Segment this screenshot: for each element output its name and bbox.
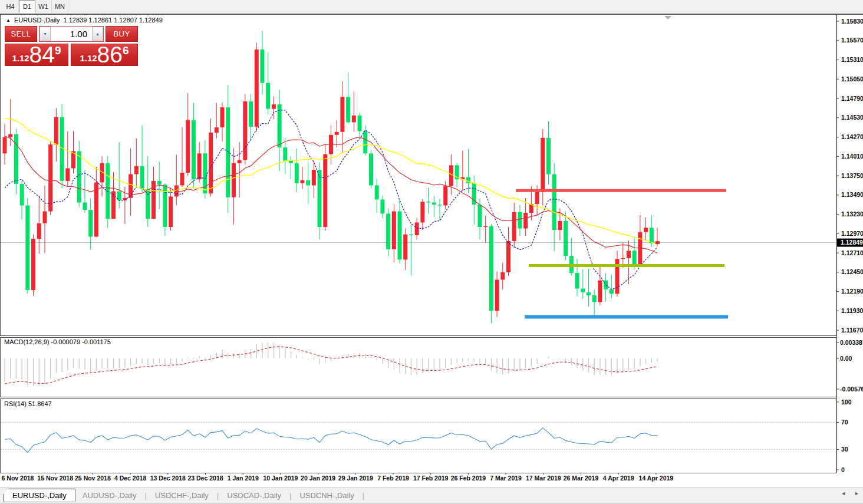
svg-text:1 Jan 2019: 1 Jan 2019 — [228, 475, 259, 482]
chart-title-row: ▲ EURUSD-,Daily 1.12839 1.12861 1.12807 … — [6, 17, 163, 24]
timeframe-button-h4[interactable]: H4 — [2, 0, 19, 13]
symbol-tab-usdchf[interactable]: USDCHF-,Daily — [148, 489, 216, 502]
svg-text:1.12450: 1.12450 — [841, 268, 863, 275]
candles-layer — [3, 31, 660, 323]
svg-text:6 Nov 2018: 6 Nov 2018 — [2, 475, 34, 482]
svg-text:1.13230: 1.13230 — [841, 210, 863, 218]
sell-price-display[interactable]: 1.12 84 9 — [5, 44, 68, 66]
svg-text:1.12970: 1.12970 — [841, 230, 863, 237]
rsi-indicator-label: RSI(14) 51.8647 — [4, 400, 52, 407]
svg-text:0.003387: 0.003387 — [840, 339, 863, 346]
tab-separator: | — [363, 491, 364, 500]
price-axis[interactable]: 1.158301.155701.153101.150501.147901.145… — [836, 18, 863, 473]
price-pane — [1, 31, 836, 323]
sell-price-prefix: 1.12 — [12, 53, 29, 63]
tab-scrollbar: ◄ ► — [841, 490, 859, 496]
volume-stepper: ▼ 1.00 ▲ — [39, 26, 104, 42]
svg-text:20 Jan 2019: 20 Jan 2019 — [301, 475, 335, 482]
rsi-pane — [1, 423, 836, 453]
svg-text:7 Mar 2019: 7 Mar 2019 — [490, 475, 522, 482]
collapse-panel-icon[interactable]: ▲ — [6, 18, 11, 23]
one-click-trade-panel: SELL ▼ 1.00 ▲ BUY 1.12 84 9 1.12 86 6 — [5, 26, 138, 66]
svg-text:17 Mar 2019: 17 Mar 2019 — [526, 475, 561, 482]
svg-text:1.14530: 1.14530 — [841, 114, 863, 121]
chart-canvas[interactable]: 1.158301.155701.153101.150501.147901.145… — [0, 14, 863, 487]
chart-symbol-title: EURUSD-,Daily — [14, 17, 60, 24]
svg-text:10 Jan 2019: 10 Jan 2019 — [263, 475, 298, 482]
volume-increase-button[interactable]: ▲ — [92, 27, 103, 41]
rsi-pane-border — [1, 399, 837, 473]
svg-text:1.13490: 1.13490 — [841, 191, 863, 198]
svg-text:1.15570: 1.15570 — [841, 37, 863, 44]
svg-text:29 Jan 2019: 29 Jan 2019 — [338, 475, 373, 482]
svg-text:0: 0 — [841, 466, 845, 473]
buy-price-prefix: 1.12 — [80, 53, 97, 63]
timeframe-button-w1[interactable]: W1 — [35, 0, 52, 13]
timeframe-button-mn[interactable]: MN — [52, 0, 68, 13]
svg-text:13 Dec 2018: 13 Dec 2018 — [150, 475, 186, 482]
rsi-line — [5, 428, 657, 453]
svg-text:1.13750: 1.13750 — [841, 172, 863, 179]
svg-text:1.11670: 1.11670 — [841, 327, 863, 334]
tab-separator: | — [217, 491, 219, 500]
symbol-tab-bar: EURUSD-,DailyAUDUSD-,Daily|USDCHF-,Daily… — [0, 487, 863, 503]
chart-ohlc-readout: 1.12839 1.12861 1.12807 1.12849 — [64, 17, 163, 24]
svg-text:30: 30 — [841, 446, 848, 453]
svg-text:1.14010: 1.14010 — [841, 153, 863, 160]
svg-text:7 Feb 2019: 7 Feb 2019 — [377, 475, 409, 482]
svg-text:26 Feb 2019: 26 Feb 2019 — [451, 475, 486, 482]
symbol-tab-usdcnh[interactable]: USDCNH-,Daily — [292, 489, 361, 502]
chart-shift-marker-icon[interactable] — [664, 16, 671, 19]
svg-text:1.14270: 1.14270 — [841, 133, 863, 140]
svg-text:25 Nov 2018: 25 Nov 2018 — [75, 475, 111, 482]
svg-text:1.15830: 1.15830 — [841, 18, 863, 25]
svg-text:1.12849: 1.12849 — [841, 239, 863, 246]
timeframe-button-d1[interactable]: D1 — [19, 0, 35, 13]
svg-text:-0.00576: -0.00576 — [840, 386, 863, 393]
symbol-tab-audusd[interactable]: AUDUSD-,Daily — [75, 489, 144, 502]
svg-text:1.12190: 1.12190 — [841, 288, 863, 295]
macd-indicator-label: MACD(12,26,9) -0.000079 -0.001175 — [4, 338, 111, 345]
macd-pane — [5, 342, 657, 386]
svg-text:4 Dec 2018: 4 Dec 2018 — [114, 475, 146, 482]
svg-text:70: 70 — [841, 419, 848, 426]
svg-text:1.15310: 1.15310 — [841, 56, 863, 63]
svg-text:0.00: 0.00 — [840, 355, 852, 362]
buy-price-pip: 6 — [123, 44, 129, 57]
sell-price-pip: 9 — [55, 44, 61, 57]
svg-text:26 Mar 2019: 26 Mar 2019 — [564, 475, 599, 482]
svg-text:4 Apr 2019: 4 Apr 2019 — [603, 475, 634, 482]
timeframe-toolbar: H4D1W1MN — [0, 0, 863, 14]
buy-button[interactable]: BUY — [106, 26, 138, 42]
date-axis[interactable]: 6 Nov 201815 Nov 201825 Nov 20184 Dec 20… — [2, 473, 674, 482]
last-price-marker — [656, 241, 660, 244]
tab-separator: | — [144, 491, 146, 500]
symbol-tab-usdcad[interactable]: USDCAD-,Daily — [220, 489, 288, 502]
svg-text:23 Dec 2018: 23 Dec 2018 — [187, 475, 223, 482]
mt4-window: H4D1W1MN 1.158301.155701.153101.150501.1… — [0, 0, 863, 504]
macd-signal-line — [5, 347, 657, 384]
svg-text:14 Apr 2019: 14 Apr 2019 — [639, 475, 674, 482]
buy-price-display[interactable]: 1.12 86 6 — [71, 44, 138, 66]
svg-text:1.11930: 1.11930 — [841, 307, 863, 314]
svg-text:17 Feb 2019: 17 Feb 2019 — [413, 475, 449, 482]
volume-decrease-button[interactable]: ▼ — [39, 27, 51, 41]
macd-pane-border — [1, 338, 837, 397]
buy-price-big: 86 — [97, 44, 123, 65]
sell-price-big: 84 — [29, 44, 55, 65]
symbol-tab-eurusd[interactable]: EURUSD-,Daily — [4, 489, 75, 502]
volume-input[interactable]: 1.00 — [51, 27, 92, 41]
svg-text:1.15050: 1.15050 — [841, 75, 863, 83]
svg-text:1.14790: 1.14790 — [841, 95, 863, 102]
sell-button[interactable]: SELL — [5, 26, 37, 42]
tab-scroll-left-icon[interactable]: ◄ — [841, 490, 846, 496]
svg-text:1.12710: 1.12710 — [841, 249, 863, 256]
svg-text:15 Nov 2018: 15 Nov 2018 — [37, 475, 73, 482]
tab-scroll-right-icon[interactable]: ► — [854, 490, 859, 496]
svg-text:100: 100 — [841, 398, 852, 406]
tab-separator: | — [289, 491, 291, 500]
